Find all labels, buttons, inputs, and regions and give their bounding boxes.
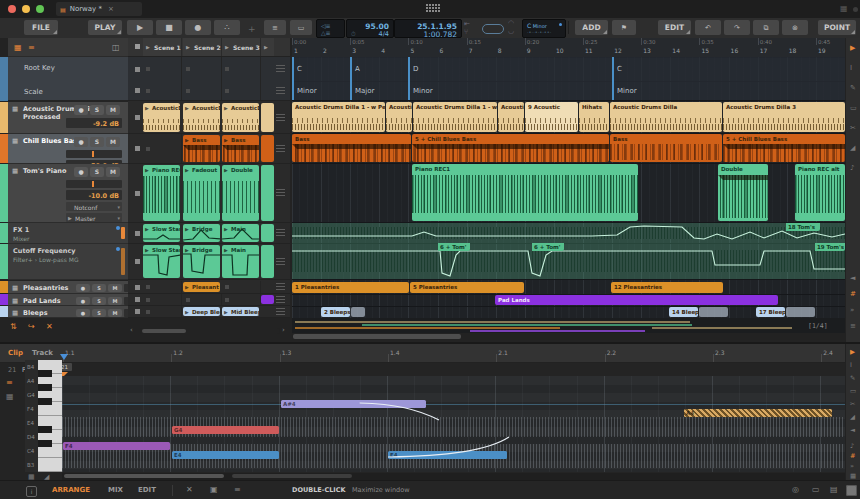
time-signature[interactable]: 4/4: [379, 31, 389, 38]
solo-button[interactable]: S: [90, 137, 104, 147]
midi-note-e4[interactable]: E4: [388, 451, 507, 459]
position-display[interactable]: 25.1.1.95 1:00.782: [394, 19, 462, 38]
output-chooser[interactable]: Notconf▾: [66, 202, 122, 211]
key-change-marker[interactable]: [612, 57, 614, 81]
clip-loop-tail[interactable]: [786, 307, 815, 317]
layers-tool[interactable]: ≡: [850, 322, 856, 330]
follow-icon[interactable]: ↪: [28, 322, 35, 331]
empty-clip-slot[interactable]: [146, 67, 150, 71]
empty-clip-slot[interactable]: [225, 285, 229, 289]
launcher-clip[interactable]: ▶Fadeout: [183, 165, 220, 222]
eraser-tool[interactable]: ▭: [850, 387, 856, 395]
clip-play-icon[interactable]: ▶: [224, 309, 228, 315]
keyboard-icon[interactable]: ▤: [830, 486, 838, 494]
clip-play-icon[interactable]: ▶: [185, 167, 189, 173]
automation-clip-label[interactable]: 19 Tom's: [815, 243, 845, 251]
arranger-clip[interactable]: 14 Bleeps: [669, 307, 698, 317]
solo-button[interactable]: S: [92, 309, 106, 317]
clip-play-icon[interactable]: ▶: [185, 137, 189, 143]
note-tool[interactable]: ♪: [850, 164, 854, 172]
clip-stop-button[interactable]: [135, 191, 140, 196]
ibeam-tool[interactable]: I: [850, 64, 852, 72]
add-track-button[interactable]: ADD: [575, 20, 608, 35]
launcher-scroll-left[interactable]: ‹: [130, 326, 133, 334]
scene-header-3[interactable]: ▶Scene 3: [222, 38, 261, 56]
automation-clip-label[interactable]: 18 Tom's: [786, 223, 820, 231]
track-launcher-options-icon[interactable]: [276, 114, 285, 121]
clip-play-icon[interactable]: ▶: [224, 167, 228, 173]
tempo-display[interactable]: 95.00 4/4 ⏱: [346, 19, 394, 38]
list-view-icon[interactable]: ≡: [28, 43, 35, 52]
drum-editor-mode-icon[interactable]: ▦: [6, 392, 14, 401]
key-change-marker[interactable]: [408, 57, 410, 81]
metronome-panel[interactable]: ◁≡ △≡: [316, 19, 345, 38]
pen-tool[interactable]: ✎: [850, 84, 856, 92]
knife-tool[interactable]: ✂: [850, 124, 856, 132]
minimize-window-button[interactable]: [22, 5, 30, 13]
empty-clip-slot[interactable]: [186, 298, 190, 302]
launcher-clip-partial[interactable]: [261, 103, 274, 133]
zoom-window-button[interactable]: [36, 5, 44, 13]
fade-tool[interactable]: ◢: [850, 144, 855, 152]
launcher-clip[interactable]: ▶Bridge: [183, 224, 220, 243]
track-launcher-options-icon[interactable]: [276, 229, 285, 236]
launcher-clip[interactable]: ▶Piano REC1: [143, 165, 180, 222]
redo-button[interactable]: ↷: [724, 20, 750, 35]
key-change-marker[interactable]: [350, 57, 352, 81]
project-tab[interactable]: ▤ Norway * ×: [56, 2, 142, 16]
empty-clip-slot[interactable]: [146, 89, 150, 93]
launcher-clip[interactable]: ▶Bridge: [183, 245, 220, 279]
fader-handle[interactable]: [92, 151, 94, 157]
key-change-marker[interactable]: [292, 57, 294, 81]
tab-clip[interactable]: Clip: [8, 350, 23, 357]
tab-track[interactable]: Track: [32, 350, 53, 357]
punch-in-icon[interactable]: ◠: [508, 20, 514, 27]
note-grid[interactable]: F4C4G4E4A#4E4B3A4C4: [62, 376, 845, 472]
arranger-clip[interactable]: 5 + Chill Blues Bass: [723, 134, 845, 162]
info-icon[interactable]: i: [26, 486, 37, 497]
view-edit[interactable]: EDIT: [138, 487, 156, 494]
file-button[interactable]: FILE: [24, 20, 58, 35]
grid-tool[interactable]: #: [850, 290, 856, 298]
midi-note-e4[interactable]: E4: [172, 451, 279, 459]
launcher-clip[interactable]: ▶Double: [222, 165, 259, 222]
empty-clip-slot[interactable]: [186, 89, 190, 93]
track-launcher-options-icon[interactable]: [276, 296, 285, 303]
punch-out-icon[interactable]: ◡: [508, 28, 514, 35]
arranger-clip[interactable]: Hihats: [579, 102, 609, 132]
undo-button[interactable]: ↶: [695, 20, 721, 35]
launcher-clip[interactable]: ▶Main: [222, 245, 259, 279]
global-track-row-root-key[interactable]: Root Key: [8, 57, 128, 82]
stop-all-clips-button[interactable]: [135, 44, 140, 49]
volume-fader[interactable]: [66, 180, 122, 188]
black-key[interactable]: [38, 426, 52, 433]
track-header-acoustic-drums-kit-2[interactable]: ▦Acoustic Drums Kit 2Processed●SM-9.2 dB: [8, 102, 128, 134]
view-mix[interactable]: MIX: [108, 487, 123, 494]
solo-button[interactable]: S: [90, 167, 104, 177]
arranger-clip[interactable]: 5 Pleasantries: [410, 282, 524, 293]
arranger-ruler[interactable]: 0:000:050:100:150:200:250:300:350:400:45…: [292, 38, 845, 58]
record-arm-button[interactable]: ●: [76, 284, 90, 292]
track-header-pad-lands[interactable]: ▦Pad Lands●SM: [8, 294, 128, 306]
dashboard-icon[interactable]: ▦: [840, 5, 848, 13]
clip-loop-tail[interactable]: [699, 307, 728, 317]
note-editor-mode-icon[interactable]: ≡: [6, 378, 13, 387]
scene-play-icon[interactable]: ▶: [264, 44, 268, 50]
track-launcher-options-icon[interactable]: [276, 65, 285, 72]
clip-play-icon[interactable]: ▶: [224, 137, 228, 143]
editor-scroll-thumb[interactable]: [64, 474, 224, 478]
arranger-clip[interactable]: 17 Bleeps: [756, 307, 785, 317]
speaker-tool[interactable]: ◄: [850, 274, 855, 282]
stop-button[interactable]: ■: [156, 20, 182, 35]
preroll-icon[interactable]: ⇤: [464, 21, 470, 28]
scale-lane[interactable]: MinorMajorMinorMinor: [292, 81, 845, 101]
ibeam-tool[interactable]: I: [850, 361, 852, 369]
record-arm-button[interactable]: ●: [76, 297, 90, 305]
key-scale-display[interactable]: C Minor ·•··•·•·••·: [522, 19, 566, 38]
launcher-scrollbar[interactable]: [140, 328, 280, 334]
launcher-clip[interactable]: ▶Bass: [222, 135, 259, 163]
empty-clip-slot[interactable]: [146, 285, 150, 289]
arranger-clip[interactable]: 9 Acoustic: [525, 102, 578, 132]
scale-change-marker[interactable]: [292, 81, 294, 100]
launcher-clip[interactable]: ▶Bass: [183, 135, 220, 163]
